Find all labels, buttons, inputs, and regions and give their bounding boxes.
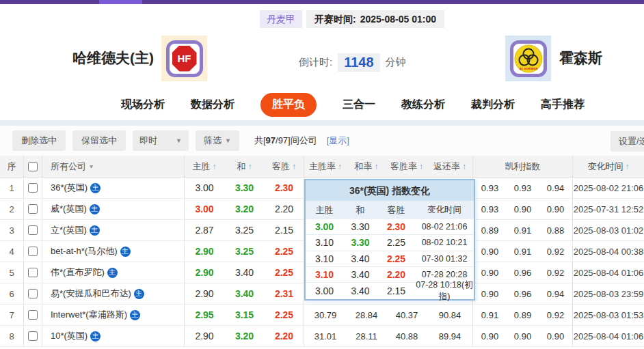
header-kelly-label: 凯利指数 <box>505 160 541 173</box>
kelly-draw: 0.91 <box>507 247 539 257</box>
nav-tabs: 现场分析 数据分析 胜平负 三合一 教练分析 裁判分析 高手推荐 <box>0 89 644 120</box>
header-draw-odds[interactable]: 和↑ <box>224 156 265 177</box>
payout-rate-value: 89.94 <box>439 331 461 341</box>
tab-live-analysis[interactable]: 现场分析 <box>121 98 165 112</box>
sort-arrow-icon: ↑ <box>338 162 342 171</box>
change-time-cell: 2025-08-03 23:59 <box>573 283 644 304</box>
tab-win-draw-lose[interactable]: 胜平负 <box>260 93 317 117</box>
home-odds-badge-icon: 主 <box>90 183 100 193</box>
kelly-cell: 0.930.930.94 <box>473 178 573 198</box>
header-home-rate-label: 主胜率 <box>309 160 336 173</box>
keep-selected-button[interactable]: 保留选中 <box>72 130 126 151</box>
draw-odds-value: 3.15 <box>235 309 254 320</box>
company-cell[interactable]: 威*(英国)主 <box>42 199 185 219</box>
tab-coach-analysis[interactable]: 教练分析 <box>401 98 445 112</box>
away-odds-value: 2.25 <box>275 267 293 278</box>
away-odds-value: 2.25 <box>275 246 293 257</box>
home-odds-badge-icon: 主 <box>134 289 144 299</box>
header-change-time[interactable]: 变化时间↑ <box>573 156 644 177</box>
count-suffix: /97]间公司 <box>276 135 317 145</box>
company-cell[interactable]: 10*(英国)主 <box>42 326 185 346</box>
popup-row: 3.10 3.40 2.25 07-30 01:32 <box>306 251 474 267</box>
company-cell[interactable]: Interwet*(塞浦路斯)主 <box>42 305 185 325</box>
home-odds-value: 2.90 <box>195 331 213 341</box>
home-odds-cell: 2.90 <box>185 283 224 304</box>
popup-change-time: 08-02 21:06 <box>415 222 474 232</box>
tab-referee-analysis[interactable]: 裁判分析 <box>471 98 515 112</box>
countdown: 倒计时: 1148 分钟 <box>299 53 406 72</box>
header-away-rate[interactable]: 客胜率↑ <box>386 156 427 177</box>
home-rate-value: 31.01 <box>314 331 337 341</box>
delete-selected-button[interactable]: 删除选中 <box>12 130 66 151</box>
popup-change-time: 07-30 01:32 <box>415 254 474 264</box>
table-header: 序 所有公司▾ 主胜↑ 和↑ 客胜↑ 主胜率↑ 和率↑ 客胜率↑ 返还率↑ 凯利… <box>0 156 644 178</box>
row-index: 5 <box>0 262 24 283</box>
countdown-label: 倒计时: <box>299 56 332 69</box>
row-checkbox[interactable] <box>28 268 38 277</box>
row-checkbox[interactable] <box>28 183 38 193</box>
filter-dropdown[interactable]: 筛选 ▼ <box>196 130 239 151</box>
row-checkbox[interactable] <box>28 331 38 341</box>
row-checkbox-cell <box>24 305 42 325</box>
header-payout-rate[interactable]: 返还率↑ <box>427 156 473 177</box>
popup-draw-odds: 3.30 <box>343 237 377 248</box>
row-checkbox[interactable] <box>28 310 38 320</box>
row-checkbox[interactable] <box>28 247 38 256</box>
header-home-odds[interactable]: 主胜↑ <box>185 156 224 177</box>
away-odds-cell: 2.25 <box>265 262 304 283</box>
chevron-down-icon: ▾ <box>90 163 93 170</box>
draw-odds-value: 3.25 <box>235 246 254 257</box>
row-checkbox-cell <box>24 283 42 304</box>
row-checkbox[interactable] <box>28 289 38 298</box>
kelly-draw: 0.90 <box>507 331 539 341</box>
header-draw-rate[interactable]: 和率↑ <box>347 156 386 177</box>
payout-rate-cell: 90.84 <box>427 305 473 325</box>
company-cell[interactable]: 易*(安提瓜和巴布达)主 <box>42 283 185 304</box>
company-cell[interactable]: 立*(英国)主 <box>42 220 185 240</box>
show-link[interactable]: [显示] <box>327 135 349 147</box>
kelly-home: 0.90 <box>474 331 507 341</box>
company-count: 共[97/97]间公司 <box>254 135 317 147</box>
kelly-away: 0.90 <box>539 331 572 341</box>
header-company[interactable]: 所有公司▾ <box>42 156 185 177</box>
kelly-draw: 0.96 <box>507 289 539 299</box>
draw-odds-value: 3.40 <box>235 288 254 299</box>
home-odds-badge-icon: 主 <box>90 225 100 236</box>
draw-odds-cell: 3.15 <box>224 305 265 325</box>
home-odds-badge-icon: 主 <box>120 247 131 257</box>
count-prefix: 共[ <box>254 135 266 145</box>
row-index: 1 <box>0 178 24 198</box>
row-index: 6 <box>0 283 24 304</box>
tab-data-analysis[interactable]: 数据分析 <box>191 98 234 112</box>
horsens-crest-icon: AC HORSENS <box>514 44 543 73</box>
draw-odds-value: 3.40 <box>235 267 254 278</box>
row-checkbox[interactable] <box>28 204 38 214</box>
row-checkbox-cell <box>24 241 42 262</box>
payout-rate-value: 90.84 <box>439 310 461 320</box>
time-filter-select[interactable]: 即时 ▼ <box>133 130 189 151</box>
company-cell[interactable]: bet-at-h*(马尔他)主 <box>42 241 185 262</box>
away-odds-cell: 2.20 <box>265 199 304 219</box>
row-checkbox[interactable] <box>28 225 38 235</box>
company-cell[interactable]: 36*(英国)主 <box>42 178 185 198</box>
tab-expert-picks[interactable]: 高手推荐 <box>541 98 585 112</box>
change-time-cell: 2025-08-03 01:02 <box>573 220 644 240</box>
league-badge[interactable]: 丹麦甲 <box>260 10 302 28</box>
home-odds-value: 2.95 <box>195 309 213 320</box>
draw-odds-cell: 3.25 <box>224 241 265 262</box>
home-odds-badge-icon: 主 <box>107 268 118 278</box>
settings-button[interactable]: 设置/选择 <box>611 131 644 152</box>
select-all-checkbox[interactable] <box>28 162 38 171</box>
header-away-odds[interactable]: 客胜↑ <box>265 156 304 177</box>
popup-row: 3.00 3.30 2.30 08-02 21:06 <box>306 219 474 235</box>
popup-change-time: 07-28 20:28 <box>415 270 474 279</box>
popup-away-odds: 2.15 <box>377 285 415 296</box>
away-odds-cell: 2.20 <box>265 326 304 346</box>
home-odds-cell: 2.87 <box>185 220 224 240</box>
tab-three-in-one[interactable]: 三合一 <box>343 98 375 112</box>
kickoff-time: 开赛时间:2025-08-05 01:00 <box>306 10 444 28</box>
sort-arrow-icon: ↑ <box>213 162 217 171</box>
header-home-rate[interactable]: 主胜率↑ <box>304 156 347 177</box>
row-checkbox-cell <box>24 199 42 219</box>
company-cell[interactable]: 伟*(直布罗陀)主 <box>42 262 185 283</box>
